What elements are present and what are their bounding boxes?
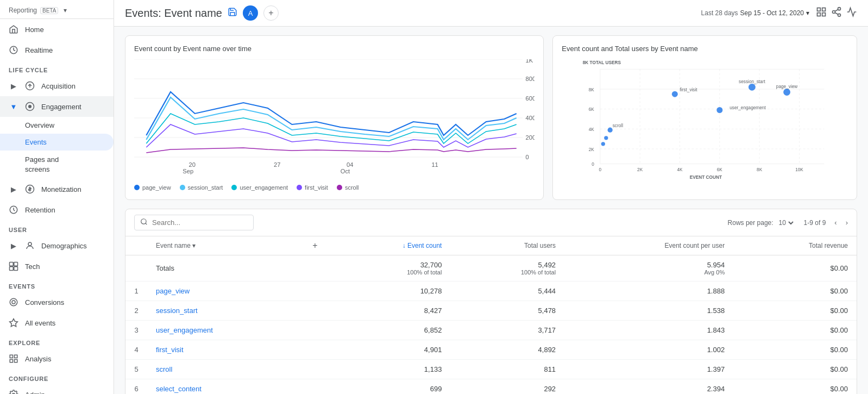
event-name-cell[interactable]: session_start	[147, 301, 309, 321]
svg-text:page_view: page_view	[776, 84, 797, 89]
legend-user-engagement[interactable]: user_engagement	[231, 184, 288, 191]
sub-pages-screens[interactable]: Pages andscreens	[0, 151, 114, 179]
event-name-cell[interactable]: first_visit	[147, 340, 309, 360]
svg-rect-19	[817, 12, 821, 16]
add-button[interactable]: +	[263, 5, 279, 21]
svg-rect-18	[822, 8, 826, 11]
table-row: 4 first_visit 4,901 4,892 1.002 $0.00	[125, 340, 857, 360]
line-chart: 0 200 400 600 800 1K 20 Sep 27 04 Oct 11	[134, 59, 534, 179]
scatter-chart: 8K TOTAL USERS	[562, 59, 848, 179]
analysis-icon	[9, 354, 18, 364]
dropdown-icon[interactable]: ▾	[64, 7, 67, 14]
beta-badge: BETA	[40, 7, 58, 14]
col-header-total-users[interactable]: Total users	[450, 236, 564, 255]
svg-text:600: 600	[526, 96, 535, 102]
date-range-selector[interactable]: Last 28 days Sep 15 - Oct 12, 2020 ▾	[701, 9, 809, 17]
col-header-add[interactable]: +	[309, 236, 326, 255]
svg-text:6K: 6K	[589, 107, 595, 112]
section-events: EVENTS	[0, 277, 114, 292]
add-column-button[interactable]: +	[309, 241, 320, 250]
tech-icon	[9, 261, 18, 271]
svg-text:10K: 10K	[795, 167, 803, 172]
col-header-event-name-label[interactable]: Event name ▾	[147, 236, 309, 255]
svg-point-23	[838, 14, 841, 16]
sidebar-item-demographics[interactable]: ▶ Demographics	[0, 235, 114, 256]
svg-point-75	[672, 91, 678, 97]
legend-page-view[interactable]: page_view	[134, 184, 171, 191]
sidebar-item-conversions[interactable]: Conversions	[0, 292, 114, 312]
line-chart-legend: page_view session_start user_engagement …	[134, 184, 534, 191]
table-toolbar-right: Rows per page: 10 25 50 1-9 of 9 ‹ ›	[728, 218, 848, 227]
rows-per-page-select[interactable]: 10 25 50	[777, 218, 795, 227]
sub-overview[interactable]: Overview	[0, 117, 114, 134]
chart-settings-icon[interactable]	[816, 7, 827, 20]
topbar-right: Last 28 days Sep 15 - Oct 12, 2020 ▾	[701, 7, 857, 20]
svg-point-77	[608, 128, 613, 133]
line-chart-card: Event count by Event name over time 0 20…	[125, 35, 544, 200]
scatter-chart-title: Event count and Total users by Event nam…	[562, 45, 848, 53]
demographics-icon	[25, 241, 35, 251]
search-box[interactable]	[134, 215, 254, 230]
totals-event-count: 32,700 100% of total	[326, 255, 450, 282]
expand-icon-monetization: ▶	[9, 184, 18, 194]
sidebar-item-tech[interactable]: Tech	[0, 256, 114, 277]
event-name-cell[interactable]: page_view	[147, 282, 309, 301]
svg-text:800: 800	[526, 76, 535, 82]
svg-rect-20	[822, 12, 826, 16]
next-page-icon[interactable]: ›	[846, 218, 848, 227]
date-label: Last 28 days	[701, 9, 738, 17]
sidebar-item-all-events[interactable]: All events	[0, 312, 114, 333]
totals-total-users: 5,492 100% of total	[450, 255, 564, 282]
sidebar-nav-realtime[interactable]: Realtime	[0, 40, 114, 60]
svg-text:11: 11	[431, 162, 438, 168]
legend-scroll[interactable]: scroll	[337, 184, 359, 191]
svg-point-80	[601, 142, 605, 146]
svg-rect-5	[10, 262, 14, 266]
svg-text:EVENT COUNT: EVENT COUNT	[690, 175, 722, 179]
save-icon[interactable]	[228, 7, 237, 19]
legend-session-start[interactable]: session_start	[180, 184, 223, 191]
realtime-label: Realtime	[25, 46, 53, 54]
col-header-event-name[interactable]	[125, 236, 147, 255]
svg-text:4K: 4K	[677, 167, 683, 172]
monetization-icon	[25, 184, 35, 194]
scatter-svg: 8K TOTAL USERS	[562, 59, 848, 179]
event-name-cell[interactable]: select_content	[147, 379, 309, 395]
share-icon[interactable]	[831, 7, 842, 20]
admin-label: Admin	[25, 391, 45, 394]
sidebar-header: Reporting BETA ▾	[0, 0, 114, 19]
sidebar: Reporting BETA ▾ Home Realtime LIFE CYCL…	[0, 0, 114, 394]
conversions-icon	[9, 297, 18, 307]
monetization-label: Monetization	[41, 185, 81, 193]
engagement-label: Engagement	[41, 103, 81, 111]
table-toolbar: Rows per page: 10 25 50 1-9 of 9 ‹ ›	[125, 209, 857, 236]
sub-events[interactable]: Events	[0, 134, 114, 151]
col-header-event-count[interactable]: ↓ Event count	[326, 236, 450, 255]
sidebar-item-admin[interactable]: Admin	[0, 384, 114, 394]
totals-row: Totals 32,700 100% of total 5,492 100% o…	[125, 255, 857, 282]
topbar: Events: Event name A + Last 28 days Sep …	[114, 0, 868, 27]
svg-rect-12	[10, 355, 12, 358]
sidebar-item-retention[interactable]: Retention	[0, 199, 114, 220]
sidebar-item-monetization[interactable]: ▶ Monetization	[0, 179, 114, 199]
svg-text:2K: 2K	[637, 167, 643, 172]
sidebar-nav-home[interactable]: Home	[0, 19, 114, 40]
col-header-total-revenue[interactable]: Total revenue	[733, 236, 857, 255]
section-configure: CONFIGURE	[0, 369, 114, 384]
col-header-count-per-user[interactable]: Event count per user	[564, 236, 733, 255]
sidebar-item-acquisition[interactable]: ▶ Acquisition	[0, 76, 114, 96]
search-input[interactable]	[152, 218, 248, 227]
prev-page-icon[interactable]: ‹	[834, 218, 836, 227]
svg-text:first_visit: first_visit	[680, 87, 698, 92]
date-dropdown-icon: ▾	[806, 9, 809, 17]
legend-first-visit[interactable]: first_visit	[297, 184, 328, 191]
anomaly-icon[interactable]	[846, 7, 857, 20]
event-name-cell[interactable]: user_engagement	[147, 321, 309, 340]
sidebar-item-engagement[interactable]: ▼ Engagement	[0, 96, 114, 117]
sidebar-item-analysis[interactable]: Analysis	[0, 348, 114, 369]
reporting-label: Reporting	[9, 7, 37, 14]
section-explore: EXPLORE	[0, 333, 114, 348]
event-name-cell[interactable]: scroll	[147, 360, 309, 379]
svg-rect-15	[15, 360, 17, 362]
date-value: Sep 15 - Oct 12, 2020	[740, 9, 804, 17]
